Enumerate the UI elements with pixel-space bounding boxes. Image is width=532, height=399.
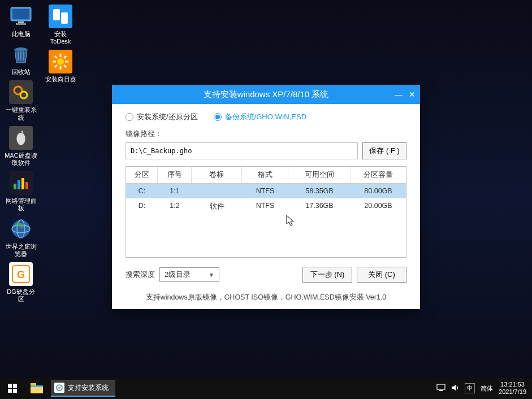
radio-install-restore[interactable]: 安装系统/还原分区 <box>126 112 198 122</box>
svg-rect-2 <box>18 21 24 23</box>
tray-clock[interactable]: 13:21:53 2021/7/19 <box>499 381 526 396</box>
svg-rect-12 <box>21 178 24 189</box>
desktop-icon-label: DG硬盘分区 <box>5 288 37 303</box>
svg-rect-7 <box>23 51 24 60</box>
table-row[interactable]: C: 1:1 NTFS 58.35GB 80.00GB <box>126 184 406 198</box>
desktop-icon[interactable]: 网络管理面板 <box>5 171 37 212</box>
globe-icon <box>9 217 33 241</box>
svg-rect-5 <box>18 51 19 60</box>
desktop-icon[interactable]: MAC硬盘读取软件 <box>5 126 37 167</box>
svg-line-28 <box>55 65 57 67</box>
dialog-title: 支持安装windows XP/7/8/10 系统 <box>112 89 420 100</box>
close-dialog-button[interactable]: 关闭 (C) <box>357 267 406 283</box>
desktop-icon[interactable]: GDG硬盘分区 <box>5 262 37 303</box>
radio-icon <box>214 113 222 121</box>
svg-line-29 <box>64 56 66 58</box>
svg-rect-11 <box>18 180 20 189</box>
svg-line-26 <box>55 56 57 58</box>
desktop-icon-label: 安装ToDesk <box>44 31 77 45</box>
svg-point-21 <box>57 58 64 65</box>
radio-icon <box>126 113 133 121</box>
desktop-icon-label: 此电脑 <box>12 31 31 38</box>
todesk-icon <box>49 5 72 28</box>
svg-line-27 <box>64 65 66 67</box>
svg-rect-30 <box>8 384 12 388</box>
svg-rect-39 <box>437 384 445 389</box>
svg-point-4 <box>15 47 27 51</box>
desktop-icon[interactable]: 安装向日葵 <box>44 50 77 83</box>
next-button[interactable]: 下一步 (N) <box>302 267 352 283</box>
th-format: 格式 <box>242 167 288 183</box>
svg-rect-33 <box>13 389 17 393</box>
desktop-icons: 此电脑回收站一键重装系统MAC硬盘读取软件网络管理面板世界之窗浏览器GDG硬盘分… <box>5 5 77 303</box>
desktop-icon-label: 一键重装系统 <box>5 106 37 121</box>
gears-icon <box>9 80 33 104</box>
svg-rect-6 <box>20 51 21 60</box>
th-free: 可用空间 <box>288 167 351 183</box>
file-explorer-taskbar-icon[interactable] <box>25 378 49 399</box>
desktop-icon-label: MAC硬盘读取软件 <box>5 152 37 167</box>
monitor-icon <box>9 5 33 28</box>
desktop-icon-label: 回收站 <box>12 68 31 76</box>
svg-rect-3 <box>16 23 26 25</box>
desktop-icon[interactable]: 回收站 <box>5 42 37 76</box>
path-label: 镜像路径： <box>126 129 406 139</box>
desktop-icon[interactable]: 安装ToDesk <box>44 5 77 45</box>
dialog-footer-text: 支持windows原版镜像，GHOST ISO镜像，GHO,WIM,ESD镜像安… <box>112 287 420 309</box>
install-dialog: 支持安装windows XP/7/8/10 系统 — ✕ 安装系统/还原分区 备… <box>112 85 420 309</box>
table-row[interactable]: D: 1:2 软件 NTFS 17.36GB 20.00GB <box>126 198 406 215</box>
taskbar: 支持安装系统 中 简体 13:21:53 2021/7/19 <box>0 378 532 399</box>
system-tray: 中 简体 13:21:53 2021/7/19 <box>436 381 532 396</box>
desktop-icon-label: 世界之窗浏览器 <box>5 243 37 258</box>
chevron-down-icon: ▼ <box>209 272 214 278</box>
search-depth-label: 搜索深度 <box>126 270 155 280</box>
search-depth-select[interactable]: 2级目录 ▼ <box>159 267 219 282</box>
desktop-icon[interactable]: 世界之窗浏览器 <box>5 217 37 258</box>
desktop-icon[interactable]: 此电脑 <box>5 5 37 38</box>
th-label: 卷标 <box>192 167 242 183</box>
svg-point-14 <box>12 220 30 238</box>
app-icon <box>54 383 64 393</box>
apple-icon <box>9 126 33 150</box>
start-button[interactable] <box>0 378 25 399</box>
svg-rect-31 <box>13 384 17 388</box>
tray-ime-label[interactable]: 简体 <box>481 384 493 393</box>
desktop-icon[interactable]: 一键重装系统 <box>5 80 37 121</box>
th-sequence: 序号 <box>158 167 192 183</box>
dg-icon: G <box>9 262 33 286</box>
tray-monitor-icon[interactable] <box>436 384 446 393</box>
svg-text:G: G <box>17 269 25 280</box>
svg-rect-1 <box>12 9 29 19</box>
svg-rect-13 <box>25 182 28 189</box>
save-button[interactable]: 保存 ( F ) <box>362 142 406 159</box>
titlebar[interactable]: 支持安装windows XP/7/8/10 系统 — ✕ <box>112 85 420 104</box>
svg-rect-36 <box>31 385 43 387</box>
svg-rect-40 <box>439 390 443 391</box>
image-path-input[interactable]: D:\C_Backup.gho <box>126 142 358 159</box>
svg-rect-19 <box>53 9 60 20</box>
bars-icon <box>9 171 33 195</box>
th-partition: 分区 <box>126 167 158 183</box>
taskbar-app-install[interactable]: 支持安装系统 <box>51 380 115 397</box>
svg-point-38 <box>58 387 60 389</box>
radio-backup[interactable]: 备份系统/GHO,WIN,ESD <box>214 112 306 122</box>
minimize-button[interactable]: — <box>393 89 404 100</box>
bin-icon <box>9 42 33 66</box>
svg-rect-10 <box>14 184 16 189</box>
desktop-icon-label: 网络管理面板 <box>5 197 37 212</box>
tray-volume-icon[interactable] <box>451 384 459 393</box>
sunflower-icon <box>49 50 72 73</box>
th-capacity: 分区容量 <box>351 167 406 183</box>
svg-rect-32 <box>8 389 12 393</box>
partition-table: 分区 序号 卷标 格式 可用空间 分区容量 C: 1:1 NTFS 58.35G… <box>126 166 406 258</box>
tray-ime-icon[interactable]: 中 <box>465 383 475 393</box>
desktop-icon-label: 安装向日葵 <box>45 76 76 83</box>
svg-point-9 <box>20 92 27 98</box>
svg-rect-20 <box>61 12 68 24</box>
close-button[interactable]: ✕ <box>406 89 418 100</box>
